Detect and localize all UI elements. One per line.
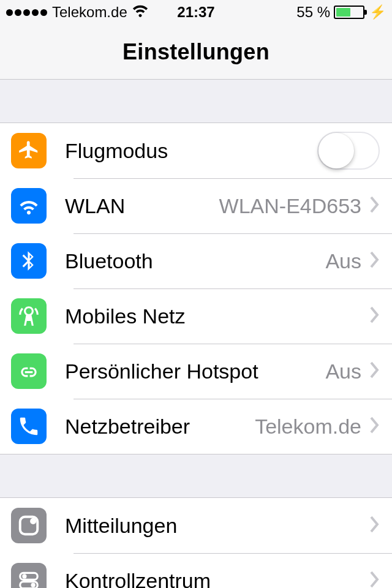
page-title: Einstellungen: [123, 39, 270, 65]
row-label: Mitteilungen: [65, 514, 177, 538]
charging-icon: ⚡: [369, 4, 386, 20]
status-left: Telekom.de: [6, 4, 148, 21]
group-separator: [0, 80, 392, 123]
wifi-settings-icon: [11, 188, 47, 224]
battery-percent: 55 %: [296, 4, 330, 21]
status-right: 55 % ⚡: [296, 4, 386, 21]
chevron-right-icon: [370, 196, 380, 216]
group-separator: [0, 454, 392, 497]
toggle-knob: [318, 133, 354, 168]
row-label: Persönlicher Hotspot: [65, 360, 258, 383]
cellular-icon: [11, 298, 47, 334]
row-label: Bluetooth: [65, 249, 153, 273]
phone-icon: [11, 409, 47, 444]
row-label: Flugmodus: [65, 139, 168, 163]
notifications-icon: [11, 508, 47, 543]
status-bar: Telekom.de 21:37 55 % ⚡: [0, 0, 392, 24]
row-value: Telekom.de: [255, 415, 361, 439]
chevron-right-icon: [370, 361, 380, 381]
chevron-right-icon: [370, 306, 380, 326]
row-control-center[interactable]: Kontrollzentrum: [0, 553, 392, 588]
airplane-toggle[interactable]: [317, 132, 380, 170]
svg-point-1: [30, 518, 36, 524]
airplane-icon: [11, 133, 47, 168]
row-label: Kontrollzentrum: [65, 569, 211, 589]
bluetooth-icon: [11, 243, 47, 279]
carrier-label: Telekom.de: [52, 4, 127, 21]
row-wlan[interactable]: WLAN WLAN-E4D653: [0, 178, 392, 233]
svg-point-5: [31, 582, 35, 587]
chevron-right-icon: [370, 251, 380, 271]
row-label: Netzbetreiber: [65, 415, 190, 439]
row-label: Mobiles Netz: [65, 304, 186, 328]
row-carrier[interactable]: Netzbetreiber Telekom.de: [0, 399, 392, 454]
row-value: Aus: [325, 249, 361, 273]
row-hotspot[interactable]: Persönlicher Hotspot Aus: [0, 344, 392, 399]
row-airplane-mode[interactable]: Flugmodus: [0, 123, 392, 178]
settings-group-system: Mitteilungen Kontrollzentrum: [0, 497, 392, 588]
row-value: WLAN-E4D653: [219, 194, 361, 218]
row-bluetooth[interactable]: Bluetooth Aus: [0, 233, 392, 288]
settings-group-connectivity: Flugmodus WLAN WLAN-E4D653 Bluetooth Aus…: [0, 123, 392, 454]
wifi-icon: [132, 4, 148, 21]
battery-icon: [334, 6, 364, 19]
battery-fill: [336, 8, 350, 17]
chevron-right-icon: [370, 417, 380, 436]
svg-point-3: [22, 574, 26, 578]
chevron-right-icon: [370, 516, 380, 535]
control-center-icon: [11, 563, 47, 588]
row-value: Aus: [325, 360, 361, 383]
hotspot-icon: [11, 353, 47, 389]
row-label: WLAN: [65, 194, 125, 218]
signal-strength-icon: [6, 9, 47, 16]
clock: 21:37: [177, 4, 214, 21]
chevron-right-icon: [370, 571, 380, 588]
row-notifications[interactable]: Mitteilungen: [0, 498, 392, 553]
nav-header: Einstellungen: [0, 24, 392, 80]
row-cellular[interactable]: Mobiles Netz: [0, 288, 392, 344]
